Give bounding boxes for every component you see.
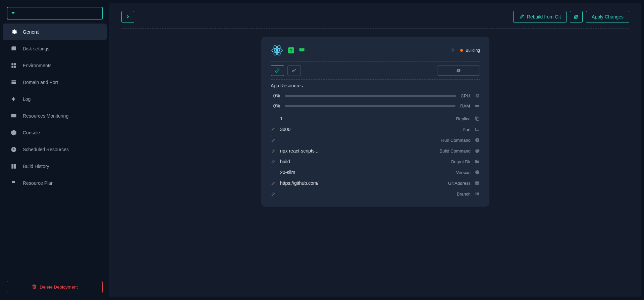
- output-dir-row: build Output Dir: [271, 156, 480, 167]
- sidebar-item-plan[interactable]: Resource Plan: [3, 175, 107, 191]
- sidebar-item-disk[interactable]: Disk settings: [3, 40, 107, 57]
- chevron-right-icon: [125, 14, 130, 19]
- sidebar-item-history[interactable]: Build History: [3, 158, 107, 175]
- git-label: Git Address: [448, 181, 471, 186]
- chevron-down-icon: [11, 12, 15, 14]
- rebuild-label: Rebuild from Git: [527, 14, 561, 19]
- sidebar-item-label: Console: [23, 130, 40, 135]
- sidebar-item-scheduled[interactable]: Scheduled Resources: [3, 141, 107, 158]
- cpu-label: CPU: [461, 93, 470, 98]
- sidebar: General Disk settings Environments Domai…: [3, 3, 107, 297]
- separator: [271, 61, 480, 62]
- edit-icon[interactable]: [271, 191, 276, 197]
- replica-value: 1: [280, 116, 283, 121]
- apply-label: Apply Changes: [592, 14, 624, 19]
- clock-icon: [10, 146, 17, 153]
- flag-icon: [10, 179, 17, 187]
- delete-label: Delete Deployment: [40, 285, 77, 290]
- git-value: https://github.com/: [280, 180, 318, 186]
- key-button[interactable]: [287, 65, 301, 76]
- svg-point-1: [276, 49, 278, 51]
- cpu-value: 0%: [271, 93, 280, 98]
- edit-icon[interactable]: [271, 148, 276, 154]
- port-label: Port: [463, 127, 471, 132]
- run-command-row: Run Command: [271, 135, 480, 145]
- sidebar-item-domain[interactable]: Domain and Port: [3, 74, 107, 91]
- ram-row: 0% RAM: [271, 103, 480, 109]
- separator: [121, 28, 629, 29]
- network-icon: [450, 47, 455, 54]
- output-dir-label: Output Dir: [451, 159, 471, 164]
- svg-rect-10: [476, 128, 479, 131]
- svg-rect-16: [477, 192, 478, 195]
- refresh-icon: [574, 14, 579, 19]
- svg-rect-17: [478, 192, 479, 195]
- info-icon: [475, 170, 480, 175]
- version-row: 20-slim Version: [271, 167, 480, 178]
- svg-rect-9: [476, 118, 479, 120]
- edit-icon[interactable]: [271, 137, 276, 143]
- svg-rect-7: [477, 95, 478, 96]
- delete-deployment-button[interactable]: Delete Deployment: [7, 281, 103, 293]
- sidebar-item-log[interactable]: Log: [3, 91, 107, 108]
- refresh-button[interactable]: [570, 11, 583, 23]
- bolt-icon: [10, 95, 17, 103]
- replica-row: 1 Replica: [271, 113, 480, 124]
- gear-icon: [475, 148, 480, 154]
- sidebar-item-label: Domain and Port: [23, 80, 58, 85]
- help-badge-icon[interactable]: ?: [288, 47, 294, 53]
- disk-icon: [10, 45, 17, 52]
- branch-label: Branch: [457, 191, 471, 197]
- rebuild-button[interactable]: Rebuild from Git: [513, 11, 567, 23]
- ram-bar: [285, 105, 455, 107]
- edit-icon[interactable]: [271, 180, 276, 186]
- sidebar-item-env[interactable]: Environments: [3, 57, 107, 74]
- output-dir-value: build: [280, 159, 290, 164]
- svg-rect-14: [475, 183, 479, 185]
- cpu-icon: [475, 93, 480, 98]
- svg-rect-13: [475, 181, 479, 183]
- sidebar-item-monitoring[interactable]: Resources Monitoring: [3, 108, 107, 124]
- run-command-label: Run Command: [441, 138, 471, 143]
- sidebar-nav: General Disk settings Environments Domai…: [3, 24, 107, 191]
- replica-label: Replica: [456, 116, 471, 121]
- expand-button[interactable]: [121, 11, 134, 23]
- columns-icon: [475, 191, 480, 197]
- edit-icon[interactable]: [271, 159, 276, 164]
- svg-rect-8: [475, 105, 479, 106]
- deployment-card: ? Building: [261, 37, 489, 207]
- sidebar-item-general[interactable]: General: [3, 24, 107, 40]
- edit-icon[interactable]: [271, 127, 276, 132]
- domain-icon: [10, 79, 17, 86]
- docs-icon[interactable]: [299, 48, 305, 53]
- svg-rect-15: [476, 192, 477, 195]
- refresh-icon: [456, 68, 461, 73]
- gear-icon: [10, 28, 17, 36]
- play-icon: [475, 137, 480, 143]
- build-command-row: npx react-scripts ... Build Command: [271, 145, 480, 156]
- link-button[interactable]: [271, 65, 284, 76]
- key-icon: [292, 68, 297, 73]
- build-command-label: Build Command: [440, 148, 471, 154]
- restart-button[interactable]: [437, 66, 480, 76]
- git-row: https://github.com/ Git Address: [271, 178, 480, 188]
- separator: [271, 79, 480, 80]
- version-value: 20-slim: [280, 170, 295, 175]
- link-icon: [275, 68, 280, 73]
- status-text: Building: [466, 48, 480, 53]
- apply-changes-button[interactable]: Apply Changes: [586, 11, 629, 23]
- sidebar-item-console[interactable]: Console: [3, 124, 107, 141]
- book-icon: [10, 163, 17, 170]
- project-select[interactable]: [7, 7, 103, 19]
- svg-point-12: [475, 170, 479, 174]
- cpu-bar: [285, 95, 456, 97]
- sidebar-item-label: Resources Monitoring: [23, 113, 68, 119]
- sidebar-item-label: Build History: [23, 164, 49, 169]
- ram-label: RAM: [460, 103, 470, 109]
- status: Building: [460, 48, 480, 53]
- sidebar-item-label: Log: [23, 96, 31, 102]
- environments-icon: [10, 62, 17, 69]
- monitor-icon: [10, 112, 17, 120]
- svg-rect-6: [476, 94, 479, 97]
- section-title: App Resources: [271, 83, 480, 88]
